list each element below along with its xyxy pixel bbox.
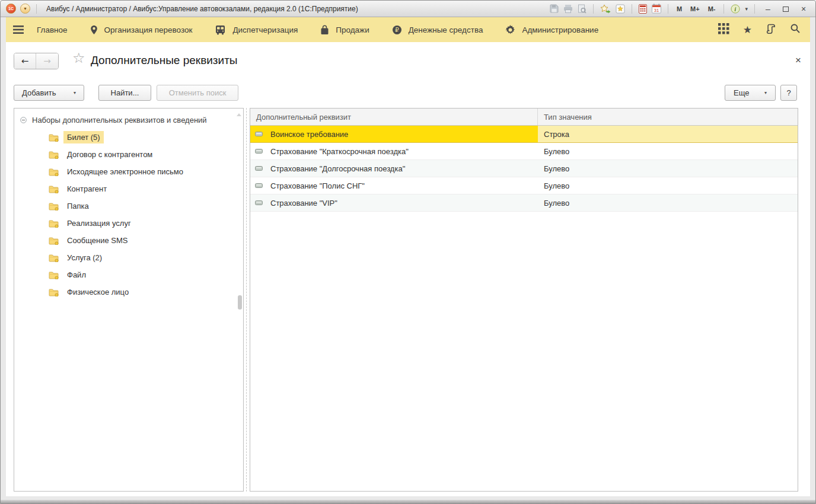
memory-add-button[interactable]: M+	[689, 5, 702, 12]
attribute-name-cell[interactable]: Воинское требование	[250, 126, 538, 142]
info-dropdown-icon[interactable]: ▾	[745, 6, 748, 12]
close-window-button[interactable]: ×	[797, 4, 810, 14]
bus-icon	[215, 25, 226, 35]
folder-icon	[49, 237, 59, 245]
location-pin-icon	[90, 25, 98, 35]
folder-icon	[49, 219, 59, 228]
table-row[interactable]: Страхование "Полис СНГ" Булево	[250, 177, 798, 194]
folder-icon	[49, 202, 59, 210]
table-body: Воинское требование Строка Страхование "…	[250, 126, 798, 212]
tree-item-label: Физическое лицо	[67, 288, 129, 296]
tree-item[interactable]: Контрагент	[14, 180, 243, 197]
1c-logo-icon: 1С	[6, 4, 16, 14]
tree-item[interactable]: Договор с контрагентом	[14, 146, 243, 163]
tree-item[interactable]: Сообщение SMS	[14, 232, 243, 249]
separator	[723, 4, 724, 14]
value-type: Строка	[544, 130, 569, 139]
value-type-cell[interactable]: Булево	[538, 177, 798, 194]
print-icon[interactable]	[563, 4, 573, 14]
scroll-up-icon[interactable]	[237, 113, 241, 116]
value-type-cell[interactable]: Булево	[538, 194, 798, 211]
back-button[interactable]: ←	[14, 53, 36, 69]
history-icon[interactable]	[766, 23, 776, 37]
maximize-button[interactable]	[779, 4, 792, 14]
add-button[interactable]: Добавить ▾	[14, 85, 84, 101]
help-button[interactable]: ?	[780, 85, 797, 101]
chevron-down-icon[interactable]: ▾	[74, 90, 76, 95]
tree-item[interactable]: Реализация услуг	[14, 215, 243, 232]
tree-item[interactable]: Папка	[14, 197, 243, 215]
forward-button[interactable]: →	[36, 53, 58, 69]
tree-items: Билет (5) Договор с контрагентом Исходящ…	[14, 129, 243, 301]
tree-item[interactable]: Физическое лицо	[14, 283, 243, 301]
close-form-icon[interactable]: ×	[795, 55, 801, 65]
add-favorite-icon[interactable]	[600, 4, 611, 14]
menu-item-dispatching[interactable]: Диспетчеризация	[215, 25, 298, 35]
separator	[754, 4, 755, 14]
svg-text:i: i	[735, 5, 737, 12]
panel-splitter[interactable]	[246, 108, 247, 492]
table-row[interactable]: Страхование "VIP" Булево	[250, 194, 798, 212]
ruble-coin-icon: ₽	[392, 25, 402, 35]
value-type: Булево	[544, 147, 569, 156]
find-button[interactable]: Найти...	[98, 85, 151, 101]
window-titlebar: 1С ▾ Авибус / Администратор / Авибус:Упр…	[1, 1, 815, 17]
menu-item-sales[interactable]: Продажи	[320, 25, 369, 35]
minimize-button[interactable]: –	[761, 4, 774, 14]
search-icon[interactable]	[790, 23, 801, 36]
tree-item-label: Файл	[67, 270, 86, 279]
attribute-name-cell[interactable]: Страхование "Краткосрочная поездка"	[250, 143, 538, 160]
attribute-name-cell[interactable]: Страхование "VIP"	[250, 194, 538, 211]
attribute-icon	[255, 166, 263, 171]
main-menu-icon[interactable]	[13, 25, 24, 34]
favorites-icon[interactable]	[616, 4, 625, 14]
table-row[interactable]: Воинское требование Строка	[250, 126, 798, 143]
value-type-cell[interactable]: Булево	[538, 160, 798, 177]
column-header-attribute[interactable]: Дополнительный реквизит	[250, 109, 538, 125]
favorites-star-icon[interactable]: ★	[743, 25, 752, 35]
menu-item-cash[interactable]: ₽ Денежные средства	[392, 25, 483, 35]
attribute-name-cell[interactable]: Страхование "Долгосрочная поездка"	[250, 160, 538, 177]
value-type-cell[interactable]: Строка	[538, 126, 798, 142]
attribute-icon	[255, 200, 263, 205]
folder-icon	[49, 185, 59, 193]
separator	[593, 4, 594, 14]
save-icon[interactable]	[550, 4, 559, 14]
all-functions-grid-icon[interactable]	[718, 23, 729, 37]
menu-item-transport-organization[interactable]: Организация перевозок	[90, 25, 193, 35]
tree-root[interactable]: Наборы дополнительных реквизитов и сведе…	[14, 111, 243, 129]
more-button[interactable]: Еще ▾	[725, 85, 776, 101]
tree-item[interactable]: Файл	[14, 266, 243, 283]
form-additional-attributes: ← → ☆ Дополнительные реквизиты × Добавит…	[6, 42, 810, 496]
attribute-icon	[255, 183, 263, 188]
attribute-name: Страхование "VIP"	[270, 199, 337, 208]
add-to-favorites-star-icon[interactable]: ☆	[72, 51, 85, 65]
value-type-cell[interactable]: Булево	[538, 143, 798, 160]
attribute-name: Страхование "Полис СНГ"	[270, 181, 365, 190]
value-type: Булево	[544, 199, 569, 208]
column-header-value-type[interactable]: Тип значения	[538, 109, 798, 125]
attribute-icon	[255, 149, 263, 154]
memory-recall-button[interactable]: M	[675, 5, 684, 12]
app-window: 1С ▾ Авибус / Администратор / Авибус:Упр…	[0, 0, 816, 504]
calendar-icon[interactable]: 31	[652, 4, 661, 14]
tree-scrollbar-thumb[interactable]	[238, 295, 242, 310]
system-menu-button[interactable]: ▾	[20, 4, 30, 14]
page-title: Дополнительные реквизиты	[91, 54, 238, 67]
tree-item[interactable]: Услуга (2)	[14, 249, 243, 266]
menu-item-administration[interactable]: Администрирование	[505, 25, 598, 35]
tree-item[interactable]: Исходящее электронное письмо	[14, 163, 243, 180]
menu-item-main[interactable]: Главное	[37, 25, 68, 34]
info-icon[interactable]: i	[731, 4, 740, 14]
table-row[interactable]: Страхование "Краткосрочная поездка" Буле…	[250, 143, 798, 160]
tree-item[interactable]: Билет (5)	[14, 129, 243, 146]
tree-item-label: Исходящее электронное письмо	[67, 167, 183, 176]
attribute-name-cell[interactable]: Страхование "Полис СНГ"	[250, 177, 538, 194]
print-preview-icon[interactable]	[578, 4, 586, 14]
collapse-icon[interactable]	[20, 117, 27, 123]
calculator-icon[interactable]	[639, 4, 647, 14]
history-nav-group: ← →	[14, 53, 59, 69]
table-row[interactable]: Страхование "Долгосрочная поездка" Булев…	[250, 160, 798, 177]
memory-subtract-button[interactable]: M-	[706, 5, 718, 12]
gear-icon	[505, 25, 515, 35]
